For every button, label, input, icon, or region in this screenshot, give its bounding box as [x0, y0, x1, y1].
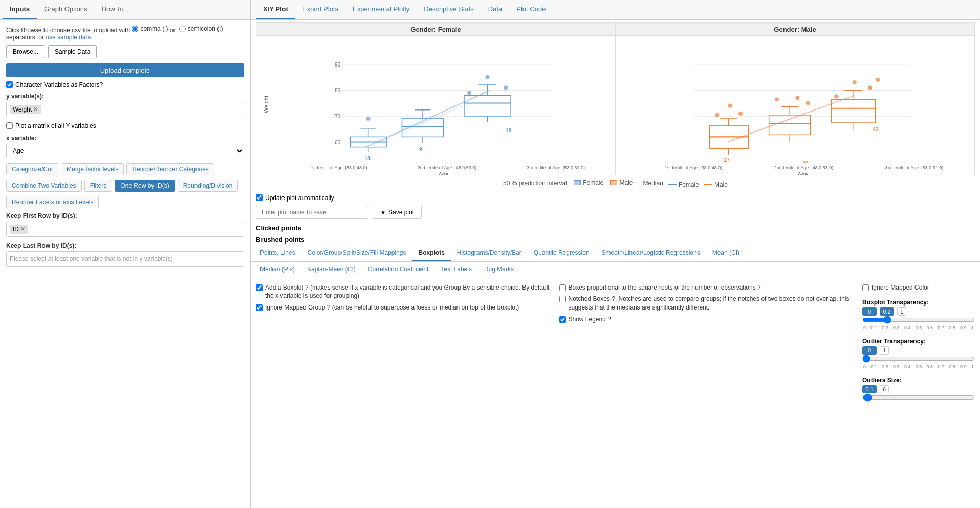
chart-male-inner: 27 36: [616, 36, 974, 173]
legend-male-swatch: [610, 180, 617, 185]
right-panel: X/Y Plot Export Plots Experimental Plotl…: [251, 0, 980, 508]
boxplot-transparency-current: 0.2: [880, 307, 894, 316]
save-plot-button[interactable]: ★ Save plot: [373, 206, 422, 219]
filters-btn[interactable]: Filters: [84, 180, 113, 192]
tab-kaplan-meier[interactable]: Kaplan-Meier (CI): [301, 262, 362, 278]
auto-update-checkbox[interactable]: Update plot automatically: [256, 194, 334, 202]
weight-tag: Weight ✕: [10, 105, 41, 114]
keep-first-input[interactable]: ID ✕: [6, 222, 244, 237]
tab-xy-plot[interactable]: X/Y Plot: [256, 0, 295, 19]
tab-correlation[interactable]: Correlation Coefficient: [362, 262, 435, 278]
svg-point-54: [795, 96, 799, 100]
tab-color-group[interactable]: Color/Group/Split/Size/Fill Mappings: [301, 246, 412, 261]
svg-point-45: [738, 112, 743, 116]
comma-radio[interactable]: [132, 26, 138, 32]
outlier-size-section: Outliers Size: 0.1 6: [862, 377, 975, 403]
one-row-btn[interactable]: One Row by ID(s): [115, 180, 175, 192]
tab-experimental-plotly[interactable]: Experimental Plotly: [345, 0, 417, 19]
svg-text:18: 18: [506, 128, 512, 134]
legend-female: Female: [574, 179, 603, 186]
svg-text:90: 90: [335, 62, 341, 68]
tab-text-labels[interactable]: Text Labels: [434, 262, 478, 278]
tab-inputs[interactable]: Inputs: [3, 0, 37, 19]
outlier-size-max: 6: [880, 385, 889, 393]
outlier-transparency-max: 1: [880, 346, 889, 355]
ignore-mapped-group-checkbox[interactable]: Ignore Mapped Group ? (can be helpful to…: [256, 303, 551, 312]
save-plot-input[interactable]: [256, 206, 368, 219]
character-variables-checkbox[interactable]: Character Variables as Factors?: [6, 81, 244, 89]
outlier-size-val: 0.1: [862, 385, 877, 393]
tab-descriptive-stats[interactable]: Descriptive Stats: [417, 0, 481, 19]
keep-last-input[interactable]: Please select at least one variable that…: [6, 251, 244, 267]
svg-point-65: [853, 80, 857, 84]
tab-points-lines[interactable]: Points, Lines: [254, 246, 301, 261]
combine-two-btn[interactable]: Combine Two Variables: [6, 180, 82, 192]
x-tick-1: 1st tertile of Age: [38.0,48.0): [310, 165, 367, 170]
save-row: ★ Save plot: [251, 204, 980, 222]
x-variable-select[interactable]: Age: [6, 144, 244, 158]
tab-data[interactable]: Data: [481, 0, 509, 19]
tab-histograms[interactable]: Histograms/Density/Bar: [451, 246, 528, 261]
svg-text:70: 70: [335, 114, 341, 119]
svg-point-44: [715, 113, 719, 117]
svg-text:80: 80: [335, 87, 341, 93]
tab-boxplots[interactable]: Boxplots: [412, 246, 450, 261]
chart-area: Gender: Female Weight 60 70 80 90: [251, 20, 980, 192]
keep-first-label: Keep First Row by ID(s):: [6, 212, 244, 219]
tab-graph-options[interactable]: Graph Options: [37, 0, 95, 19]
star-icon: ★: [380, 209, 386, 216]
plot-matrix-checkbox[interactable]: Plot a matrix of all Y variables: [6, 122, 244, 129]
tab-mean-ci[interactable]: Mean (CI): [706, 246, 746, 261]
tool-buttons-row2: Combine Two Variables Filters One Row by…: [6, 180, 244, 192]
sample-data-button[interactable]: Sample Data: [48, 45, 97, 58]
tab-export-plots[interactable]: Export Plots: [295, 0, 345, 19]
svg-text:36: 36: [803, 161, 809, 163]
svg-point-30: [467, 91, 471, 95]
chart-female-svg: 60 70 80 90: [277, 38, 610, 163]
bottom-tab-bar-1: Points, Lines Color/Group/Split/Size/Fil…: [251, 246, 980, 262]
median-male: Male: [704, 181, 728, 188]
merge-factor-btn[interactable]: Merge factor levels: [61, 163, 124, 175]
tab-plot-code[interactable]: Plot Code: [509, 0, 553, 19]
boxplot-transparency-slider[interactable]: [862, 316, 975, 324]
boxplot-transparency-row: 0 0.2 1: [862, 307, 975, 316]
show-legend-checkbox[interactable]: Show Legend ?: [559, 315, 855, 324]
boxes-proportional-checkbox[interactable]: Boxes proportional to the square-roots o…: [559, 283, 855, 292]
semicolon-radio[interactable]: [179, 26, 186, 32]
boxplot-transparency-label: Boxplot Transparency:: [862, 299, 975, 306]
use-sample-data-link[interactable]: use sample data: [46, 34, 91, 41]
recode-reorder-btn[interactable]: Recode/Reorder Categories: [126, 163, 214, 175]
add-boxplot-checkbox[interactable]: Add a Boxplot ? (makes sense if x variab…: [256, 283, 551, 301]
tab-how-to[interactable]: How To: [95, 0, 131, 19]
browse-button[interactable]: Browse...: [6, 45, 45, 58]
chart-male: Gender: Male: [616, 23, 974, 175]
categorize-cut-btn[interactable]: Categorize/Cut: [6, 163, 58, 175]
outlier-size-slider[interactable]: [862, 393, 975, 402]
id-tag-remove[interactable]: ✕: [20, 226, 25, 232]
weight-tag-remove[interactable]: ✕: [33, 106, 38, 113]
clicked-points-label: Clicked points: [251, 222, 980, 234]
x-tick-r3: 3rd tertile of Age: [53.0,61.0): [885, 165, 944, 170]
chart-container: Gender: Female Weight 60 70 80 90: [256, 22, 975, 175]
outlier-transparency-row: 0 1: [862, 346, 975, 355]
tool-buttons-row3: Reorder Facets or axis Levels: [6, 196, 244, 208]
x-axis-label-male: Age: [636, 171, 969, 175]
median-female-line: [668, 184, 677, 185]
tab-smooth[interactable]: Smooth/Linear/Logistic Regressions: [596, 246, 706, 261]
notched-boxes-checkbox[interactable]: Notched Boxes ?. Notches are used to com…: [559, 295, 855, 312]
svg-point-64: [876, 78, 880, 82]
ignore-mapped-color-checkbox[interactable]: Ignore Mapped Color: [862, 283, 975, 292]
svg-text:18: 18: [365, 156, 371, 161]
y-axis-label: Weight: [263, 96, 269, 113]
reorder-facets-btn[interactable]: Reorder Facets or axis Levels: [6, 196, 99, 208]
tab-quantile[interactable]: Quantile Regression: [528, 246, 596, 261]
rounding-btn[interactable]: Rounding/Division: [178, 180, 238, 192]
y-variables-input[interactable]: Weight ✕: [6, 102, 244, 117]
svg-text:60: 60: [335, 140, 341, 145]
svg-point-31: [504, 85, 508, 90]
tab-rug-marks[interactable]: Rug Marks: [478, 262, 520, 278]
left-tab-bar: Inputs Graph Options How To: [0, 0, 250, 20]
tab-median-pis[interactable]: Median (PIs): [254, 262, 301, 278]
tool-buttons-row1: Categorize/Cut Merge factor levels Recod…: [6, 163, 244, 175]
outlier-transparency-slider[interactable]: [862, 355, 975, 363]
